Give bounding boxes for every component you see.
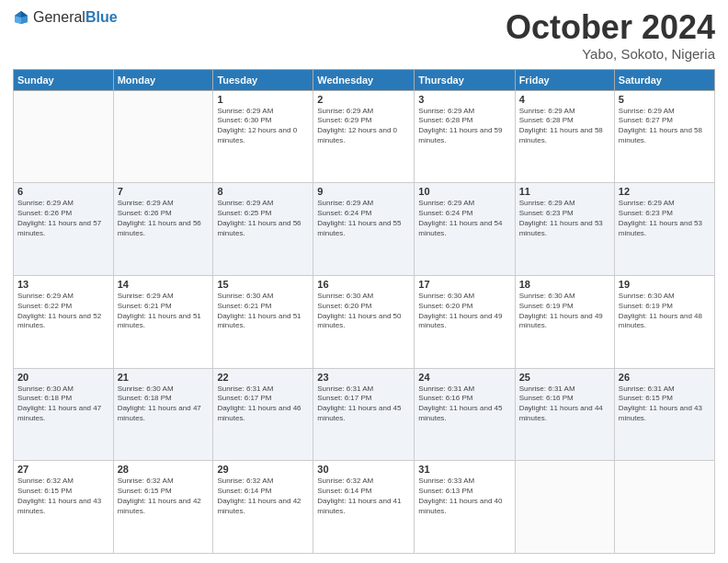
day-detail: Sunrise: 6:29 AMSunset: 6:22 PMDaylight:… <box>17 292 109 331</box>
day-header-sunday: Sunday <box>14 69 114 90</box>
calendar-cell: 29Sunrise: 6:32 AMSunset: 6:14 PMDayligh… <box>213 461 313 554</box>
calendar-cell: 23Sunrise: 6:31 AMSunset: 6:17 PMDayligh… <box>313 368 415 461</box>
calendar-cell: 8Sunrise: 6:29 AMSunset: 6:25 PMDaylight… <box>213 183 313 276</box>
calendar-cell <box>515 461 614 554</box>
calendar-cell: 28Sunrise: 6:32 AMSunset: 6:15 PMDayligh… <box>113 461 213 554</box>
calendar-cell: 6Sunrise: 6:29 AMSunset: 6:26 PMDaylight… <box>14 183 114 276</box>
day-header-thursday: Thursday <box>415 69 515 90</box>
day-detail: Sunrise: 6:29 AMSunset: 6:28 PMDaylight:… <box>519 107 610 146</box>
calendar-cell: 4Sunrise: 6:29 AMSunset: 6:28 PMDaylight… <box>515 90 614 183</box>
calendar-cell: 18Sunrise: 6:30 AMSunset: 6:19 PMDayligh… <box>515 275 614 368</box>
day-detail: Sunrise: 6:31 AMSunset: 6:16 PMDaylight:… <box>519 385 610 424</box>
calendar-cell: 30Sunrise: 6:32 AMSunset: 6:14 PMDayligh… <box>313 461 415 554</box>
calendar-cell: 9Sunrise: 6:29 AMSunset: 6:24 PMDaylight… <box>313 183 415 276</box>
day-number: 20 <box>17 372 109 383</box>
day-detail: Sunrise: 6:29 AMSunset: 6:29 PMDaylight:… <box>317 107 410 146</box>
calendar-cell: 22Sunrise: 6:31 AMSunset: 6:17 PMDayligh… <box>213 368 313 461</box>
day-detail: Sunrise: 6:31 AMSunset: 6:16 PMDaylight:… <box>418 385 510 424</box>
day-header-wednesday: Wednesday <box>313 69 415 90</box>
calendar-week-row: 1Sunrise: 6:29 AMSunset: 6:30 PMDaylight… <box>14 90 715 183</box>
logo-icon <box>13 9 29 26</box>
calendar-cell: 10Sunrise: 6:29 AMSunset: 6:24 PMDayligh… <box>415 183 515 276</box>
logo-blue: Blue <box>85 9 118 25</box>
day-header-saturday: Saturday <box>614 69 714 90</box>
day-number: 4 <box>519 94 610 105</box>
calendar-table: SundayMondayTuesdayWednesdayThursdayFrid… <box>13 69 715 554</box>
day-number: 8 <box>217 186 309 197</box>
day-number: 3 <box>418 94 510 105</box>
header: GeneralBlue October 2024 Yabo, Sokoto, N… <box>13 9 715 62</box>
page: GeneralBlue October 2024 Yabo, Sokoto, N… <box>0 0 728 563</box>
day-detail: Sunrise: 6:32 AMSunset: 6:15 PMDaylight:… <box>118 477 210 516</box>
calendar-cell: 1Sunrise: 6:29 AMSunset: 6:30 PMDaylight… <box>213 90 313 183</box>
day-detail: Sunrise: 6:29 AMSunset: 6:25 PMDaylight:… <box>217 199 309 238</box>
day-number: 6 <box>17 186 109 197</box>
day-detail: Sunrise: 6:30 AMSunset: 6:18 PMDaylight:… <box>17 385 109 424</box>
day-detail: Sunrise: 6:32 AMSunset: 6:14 PMDaylight:… <box>217 477 309 516</box>
day-number: 13 <box>17 279 109 290</box>
day-detail: Sunrise: 6:30 AMSunset: 6:18 PMDaylight:… <box>118 385 210 424</box>
day-detail: Sunrise: 6:31 AMSunset: 6:17 PMDaylight:… <box>317 385 410 424</box>
calendar-cell: 2Sunrise: 6:29 AMSunset: 6:29 PMDaylight… <box>313 90 415 183</box>
day-number: 27 <box>17 464 109 475</box>
day-detail: Sunrise: 6:30 AMSunset: 6:20 PMDaylight:… <box>317 292 410 331</box>
day-number: 23 <box>317 372 410 383</box>
day-number: 28 <box>118 464 210 475</box>
calendar-cell: 12Sunrise: 6:29 AMSunset: 6:23 PMDayligh… <box>614 183 714 276</box>
calendar-cell: 3Sunrise: 6:29 AMSunset: 6:28 PMDaylight… <box>415 90 515 183</box>
day-detail: Sunrise: 6:32 AMSunset: 6:14 PMDaylight:… <box>317 477 410 516</box>
calendar-cell: 7Sunrise: 6:29 AMSunset: 6:26 PMDaylight… <box>113 183 213 276</box>
calendar-cell: 27Sunrise: 6:32 AMSunset: 6:15 PMDayligh… <box>14 461 114 554</box>
day-number: 29 <box>217 464 309 475</box>
day-detail: Sunrise: 6:33 AMSunset: 6:13 PMDaylight:… <box>418 477 510 516</box>
day-number: 26 <box>619 372 711 383</box>
calendar-week-row: 6Sunrise: 6:29 AMSunset: 6:26 PMDaylight… <box>14 183 715 276</box>
day-number: 24 <box>418 372 510 383</box>
day-detail: Sunrise: 6:30 AMSunset: 6:21 PMDaylight:… <box>217 292 309 331</box>
calendar-cell: 14Sunrise: 6:29 AMSunset: 6:21 PMDayligh… <box>113 275 213 368</box>
calendar-header-row: SundayMondayTuesdayWednesdayThursdayFrid… <box>14 69 715 90</box>
day-number: 15 <box>217 279 309 290</box>
calendar-cell: 17Sunrise: 6:30 AMSunset: 6:20 PMDayligh… <box>415 275 515 368</box>
day-detail: Sunrise: 6:29 AMSunset: 6:21 PMDaylight:… <box>118 292 210 331</box>
calendar-week-row: 13Sunrise: 6:29 AMSunset: 6:22 PMDayligh… <box>14 275 715 368</box>
day-number: 5 <box>619 94 711 105</box>
day-detail: Sunrise: 6:29 AMSunset: 6:24 PMDaylight:… <box>418 199 510 238</box>
day-number: 17 <box>418 279 510 290</box>
calendar-cell: 24Sunrise: 6:31 AMSunset: 6:16 PMDayligh… <box>415 368 515 461</box>
day-number: 25 <box>519 372 610 383</box>
day-detail: Sunrise: 6:31 AMSunset: 6:15 PMDaylight:… <box>619 385 711 424</box>
calendar-cell: 21Sunrise: 6:30 AMSunset: 6:18 PMDayligh… <box>113 368 213 461</box>
day-detail: Sunrise: 6:29 AMSunset: 6:23 PMDaylight:… <box>519 199 610 238</box>
day-detail: Sunrise: 6:30 AMSunset: 6:19 PMDaylight:… <box>519 292 610 331</box>
day-detail: Sunrise: 6:29 AMSunset: 6:26 PMDaylight:… <box>17 199 109 238</box>
day-header-monday: Monday <box>113 69 213 90</box>
day-detail: Sunrise: 6:29 AMSunset: 6:26 PMDaylight:… <box>118 199 210 238</box>
day-detail: Sunrise: 6:29 AMSunset: 6:23 PMDaylight:… <box>619 199 711 238</box>
calendar-cell: 26Sunrise: 6:31 AMSunset: 6:15 PMDayligh… <box>614 368 714 461</box>
day-number: 10 <box>418 186 510 197</box>
day-number: 19 <box>619 279 711 290</box>
day-number: 22 <box>217 372 309 383</box>
calendar-cell <box>113 90 213 183</box>
calendar-cell: 25Sunrise: 6:31 AMSunset: 6:16 PMDayligh… <box>515 368 614 461</box>
location: Yabo, Sokoto, Nigeria <box>506 46 715 62</box>
day-number: 9 <box>317 186 410 197</box>
calendar-cell: 11Sunrise: 6:29 AMSunset: 6:23 PMDayligh… <box>515 183 614 276</box>
logo-general: General <box>33 9 85 25</box>
calendar-cell: 20Sunrise: 6:30 AMSunset: 6:18 PMDayligh… <box>14 368 114 461</box>
day-detail: Sunrise: 6:29 AMSunset: 6:30 PMDaylight:… <box>217 107 309 146</box>
day-number: 18 <box>519 279 610 290</box>
logo-text: GeneralBlue <box>33 9 118 26</box>
day-number: 7 <box>118 186 210 197</box>
calendar-week-row: 27Sunrise: 6:32 AMSunset: 6:15 PMDayligh… <box>14 461 715 554</box>
day-detail: Sunrise: 6:31 AMSunset: 6:17 PMDaylight:… <box>217 385 309 424</box>
day-detail: Sunrise: 6:29 AMSunset: 6:28 PMDaylight:… <box>418 107 510 146</box>
day-header-tuesday: Tuesday <box>213 69 313 90</box>
day-header-friday: Friday <box>515 69 614 90</box>
month-title: October 2024 <box>506 9 715 46</box>
calendar-cell: 19Sunrise: 6:30 AMSunset: 6:19 PMDayligh… <box>614 275 714 368</box>
day-number: 14 <box>118 279 210 290</box>
day-detail: Sunrise: 6:30 AMSunset: 6:20 PMDaylight:… <box>418 292 510 331</box>
day-number: 21 <box>118 372 210 383</box>
